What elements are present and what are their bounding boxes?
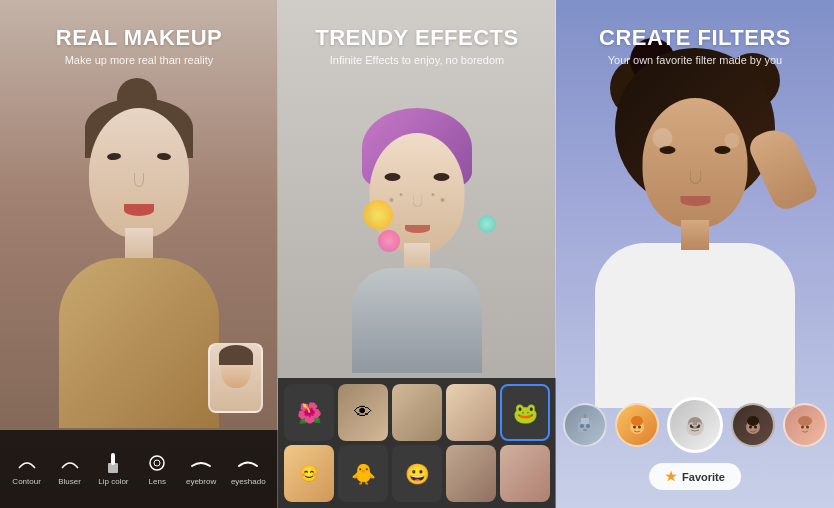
panel-3-title: CREATE FILTERS — [556, 25, 834, 51]
eyeshadow-icon — [234, 453, 262, 473]
tool-contour-label: Contour — [12, 477, 40, 486]
svg-point-20 — [747, 416, 759, 426]
nose — [134, 173, 144, 187]
tool-bluser-label: Bluser — [58, 477, 81, 486]
effect-flower[interactable]: 🌺 — [284, 384, 334, 441]
eye-right — [157, 152, 172, 160]
tool-eyebrow-label: eyebrow — [186, 477, 216, 486]
bluser-icon — [56, 453, 84, 473]
favorite-button[interactable]: ★ Favorite — [649, 463, 741, 490]
panel-create-filters: CREATE FILTERS Your own favorite filter … — [556, 0, 834, 508]
svg-point-13 — [633, 426, 636, 429]
svg-rect-1 — [108, 463, 118, 473]
person-2 — [352, 113, 482, 373]
sparkle-yellow — [363, 200, 393, 230]
effect-grid: 🌺 👁 🐸 😊 🐥 😀 — [278, 378, 556, 508]
lips — [124, 204, 154, 216]
face-oval-1 — [89, 108, 189, 238]
person-3 — [595, 48, 795, 408]
panel-real-makeup: REAL MAKEUP Make up more real than reali… — [0, 0, 278, 508]
contour-icon — [13, 453, 41, 473]
tool-lip-label: Lip color — [98, 477, 128, 486]
effect-portrait-2[interactable] — [446, 384, 496, 441]
svg-point-26 — [806, 426, 809, 429]
clothing-1 — [59, 258, 219, 428]
effect-portrait-1[interactable] — [392, 384, 442, 441]
avatar-robot[interactable] — [563, 403, 607, 447]
lens-icon — [143, 453, 171, 473]
sparkle-pink — [378, 230, 400, 252]
avatar-row — [556, 397, 834, 453]
svg-point-21 — [749, 426, 752, 429]
body-1 — [59, 228, 219, 428]
svg-point-24 — [798, 416, 812, 426]
neck-3 — [681, 220, 709, 250]
main-container: REAL MAKEUP Make up more real than reali… — [0, 0, 834, 508]
person-1 — [59, 108, 219, 428]
avatar-girl[interactable] — [783, 403, 827, 447]
favorite-label: Favorite — [682, 471, 725, 483]
lip-color-icon — [99, 453, 127, 473]
clothing-2 — [352, 268, 482, 373]
svg-point-3 — [154, 460, 160, 466]
svg-point-10 — [584, 414, 587, 417]
thumbnail-face — [208, 343, 263, 413]
svg-point-25 — [801, 426, 804, 429]
panel-1-subtitle: Make up more real than reality — [0, 54, 278, 66]
effect-portrait-4[interactable] — [500, 445, 550, 502]
panel-1-heading: REAL MAKEUP Make up more real than reali… — [0, 25, 278, 66]
tool-bluser[interactable]: Bluser — [56, 453, 84, 486]
panel-3-heading: CREATE FILTERS Your own favorite filter … — [556, 25, 834, 66]
avatar-glasses-active[interactable] — [667, 397, 723, 453]
svg-point-6 — [580, 424, 584, 428]
face-3 — [643, 98, 748, 228]
eyebrow-icon — [187, 453, 215, 473]
svg-point-22 — [754, 426, 757, 429]
panel-3-subtitle: Your own favorite filter made by you — [556, 54, 834, 66]
effect-smile[interactable]: 😀 — [392, 445, 442, 502]
effect-chick[interactable]: 🐥 — [338, 445, 388, 502]
sparkle-teal — [478, 215, 496, 233]
tool-eyeshadow-label: eyeshado — [231, 477, 266, 486]
panel-2-title: TRENDY EFFECTS — [278, 25, 556, 51]
panel-2-heading: TRENDY EFFECTS Infinite Effects to enjoy… — [278, 25, 556, 66]
makeup-toolbar: Contour Bluser Lip color Lens — [0, 430, 278, 508]
tool-eyeshadow[interactable]: eyeshado — [231, 453, 266, 486]
svg-point-7 — [586, 424, 590, 428]
star-icon: ★ — [665, 469, 677, 484]
avatar-dark[interactable] — [731, 403, 775, 447]
svg-point-14 — [638, 426, 641, 429]
svg-rect-8 — [583, 429, 587, 431]
tool-contour[interactable]: Contour — [12, 453, 40, 486]
effect-face-1[interactable]: 👁 — [338, 384, 388, 441]
tool-lip-color[interactable]: Lip color — [98, 453, 128, 486]
svg-point-12 — [631, 416, 643, 426]
effect-portrait-3[interactable] — [446, 445, 496, 502]
panel-trendy-effects: TRENDY EFFECTS Infinite Effects to enjoy… — [278, 0, 556, 508]
svg-rect-5 — [581, 418, 589, 424]
tool-lens-label: Lens — [149, 477, 166, 486]
panel-1-title: REAL MAKEUP — [0, 25, 278, 51]
tool-eyebrow[interactable]: eyebrow — [186, 453, 216, 486]
panel-2-subtitle: Infinite Effects to enjoy, no boredom — [278, 54, 556, 66]
svg-point-2 — [150, 456, 164, 470]
tool-lens[interactable]: Lens — [143, 453, 171, 486]
effect-frog[interactable]: 🐸 — [500, 384, 550, 441]
effect-boy[interactable]: 😊 — [284, 445, 334, 502]
eye-left — [107, 152, 122, 160]
clothing-3 — [595, 243, 795, 408]
avatar-anime[interactable] — [615, 403, 659, 447]
